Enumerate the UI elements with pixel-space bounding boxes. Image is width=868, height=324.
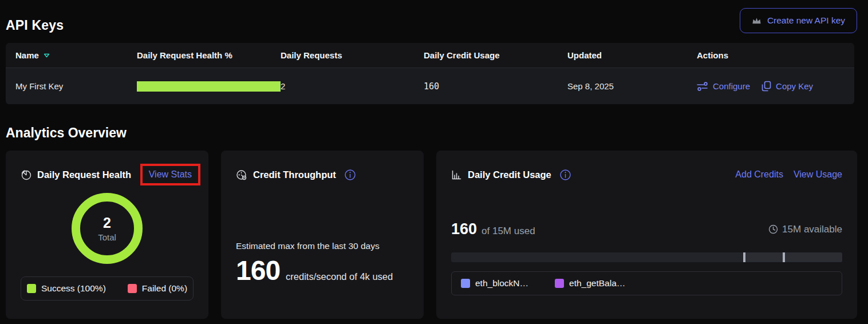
failed-swatch	[128, 284, 137, 293]
eth-getbalance-label: eth_getBala…	[569, 278, 625, 289]
column-header-updated: Updated	[567, 50, 697, 60]
donut-total-value: 2	[103, 215, 111, 231]
create-api-key-button[interactable]: Create new API key	[740, 8, 857, 33]
add-credits-link[interactable]: Add Credits	[735, 169, 783, 180]
throughput-value-row: 160 credits/second of 4k used	[236, 255, 409, 286]
key-name-cell: My First Key	[15, 81, 137, 91]
usage-bar-tick-2	[783, 252, 785, 262]
eth-getbalance-swatch	[555, 279, 564, 288]
failed-label: Failed (0%)	[142, 283, 187, 294]
column-name-label: Name	[15, 50, 39, 60]
request-health-donut: 2 Total	[72, 193, 143, 264]
daily-credit-usage-cell: 160	[424, 81, 567, 92]
credit-throughput-card: Credit Throughput Estimated max from the…	[221, 151, 424, 319]
column-header-name[interactable]: Name	[15, 50, 137, 60]
create-api-key-label: Create new API key	[767, 15, 845, 26]
column-header-requests: Daily Requests	[281, 50, 424, 60]
eth-blocknumber-swatch	[461, 279, 470, 288]
usage-progress-bar	[451, 252, 842, 262]
usage-used-value: 160	[451, 220, 477, 238]
donut-total-label: Total	[98, 232, 116, 242]
view-usage-link[interactable]: View Usage	[794, 169, 842, 180]
success-swatch	[27, 284, 36, 293]
throughput-card-header: Credit Throughput	[236, 164, 409, 185]
throughput-card-title: Credit Throughput	[253, 169, 336, 180]
actions-cell: Configure Copy Key	[697, 81, 854, 92]
table-header-row: Name Daily Request Health % Daily Reques…	[6, 43, 854, 68]
throughput-info-icon[interactable]	[344, 169, 356, 181]
column-header-health: Daily Request Health %	[137, 50, 281, 60]
throughput-unit: credits/second of 4k used	[286, 271, 393, 282]
copy-key-button[interactable]: Copy Key	[762, 81, 813, 92]
copy-key-label: Copy Key	[776, 81, 813, 91]
health-card-title: Daily Request Health	[37, 169, 131, 180]
throughput-note: Estimated max from the last 30 days	[236, 241, 409, 251]
usage-bar-segment	[743, 252, 842, 262]
health-bar-cell	[137, 81, 281, 92]
legend-item-eth-getbalance: eth_getBala…	[555, 278, 625, 289]
usage-info-icon[interactable]	[559, 169, 571, 181]
sliders-icon	[697, 82, 708, 91]
success-label: Success (100%)	[41, 283, 106, 294]
usage-bar-tick-1	[743, 252, 745, 262]
usage-available-label: 15M available	[782, 224, 842, 235]
usage-available: 15M available	[768, 224, 842, 235]
usage-summary-row: 160 of 15M used 15M available	[451, 220, 842, 238]
analytics-cards: Daily Request Health View Stats 2 Total …	[6, 151, 857, 319]
usage-card-header: Daily Credit Usage Add Credits View Usag…	[451, 164, 842, 185]
daily-requests-cell: 2	[281, 81, 424, 91]
legend-item-eth-blocknumber: eth_blockN…	[461, 278, 528, 289]
table-row: My First Key 2 160 Sep 8, 2025 Configure	[6, 68, 854, 104]
annotation-highlight-box: View Stats	[140, 164, 200, 185]
api-keys-table: Name Daily Request Health % Daily Reques…	[6, 43, 854, 104]
view-stats-link[interactable]: View Stats	[149, 169, 192, 179]
updated-cell: Sep 8, 2025	[567, 81, 697, 91]
usage-legend: eth_blockN… eth_getBala…	[451, 271, 842, 295]
configure-label: Configure	[713, 81, 750, 91]
daily-credit-usage-card: Daily Credit Usage Add Credits View Usag…	[436, 151, 857, 319]
column-header-actions: Actions	[697, 50, 854, 60]
eth-blocknumber-label: eth_blockN…	[475, 278, 528, 289]
analytics-overview-heading: Analytics Overview	[6, 125, 868, 141]
crown-icon	[752, 17, 762, 25]
column-header-credit-usage: Daily Credit Usage	[424, 50, 567, 60]
throughput-value: 160	[236, 255, 280, 286]
legend-item-failed: Failed (0%)	[128, 283, 187, 294]
health-bar	[137, 81, 281, 92]
daily-request-health-card: Daily Request Health View Stats 2 Total …	[6, 151, 208, 319]
configure-button[interactable]: Configure	[697, 81, 750, 91]
usage-card-title: Daily Credit Usage	[468, 169, 551, 180]
usage-used-suffix: of 15M used	[482, 226, 535, 237]
copy-icon	[762, 81, 771, 92]
pie-chart-icon	[21, 169, 31, 180]
sort-chevron-icon	[44, 53, 50, 58]
health-legend: Success (100%) Failed (0%)	[21, 276, 194, 301]
top-bar: API Keys Create new API key	[0, 0, 868, 33]
page-title: API Keys	[6, 18, 64, 33]
clock-icon	[768, 224, 778, 234]
bar-chart-icon	[451, 169, 462, 180]
legend-item-success: Success (100%)	[27, 283, 106, 294]
gauge-icon	[236, 169, 247, 180]
health-card-header: Daily Request Health View Stats	[21, 164, 194, 185]
